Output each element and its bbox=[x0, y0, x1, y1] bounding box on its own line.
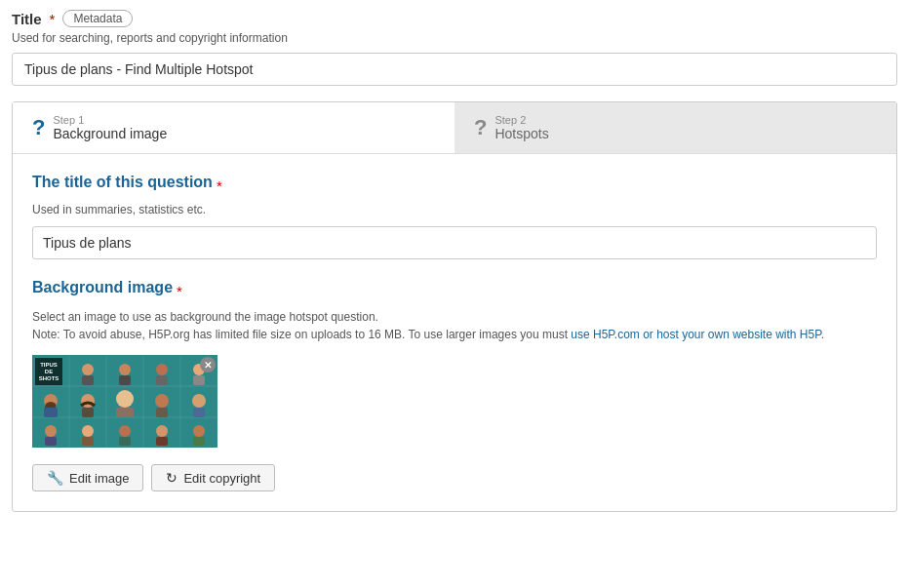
note-suffix: . bbox=[821, 328, 824, 341]
image-preview-container: ✕ TIPUS DE SHOTS bbox=[32, 355, 217, 448]
step-1-name: Background image bbox=[53, 126, 167, 141]
question-title-input[interactable] bbox=[32, 226, 877, 259]
svg-rect-22 bbox=[82, 408, 94, 417]
edit-image-icon: 🔧 bbox=[47, 470, 63, 486]
note-link[interactable]: use H5P.com or host your own website wit… bbox=[571, 328, 820, 341]
top-section: Title * Metadata Used for searching, rep… bbox=[0, 0, 909, 92]
svg-point-31 bbox=[82, 425, 94, 437]
svg-point-27 bbox=[192, 394, 206, 408]
svg-point-23 bbox=[116, 390, 134, 408]
bg-note: Select an image to use as background the… bbox=[32, 308, 877, 343]
main-card: ? Step 1 Background image ? Step 2 Hotsp… bbox=[12, 101, 897, 512]
svg-rect-36 bbox=[156, 437, 168, 446]
svg-point-25 bbox=[155, 394, 169, 408]
step-1-info: Step 1 Background image bbox=[53, 114, 167, 141]
svg-point-37 bbox=[193, 425, 205, 437]
svg-rect-28 bbox=[193, 408, 205, 417]
svg-point-15 bbox=[156, 364, 168, 375]
step-2-tab[interactable]: ? Step 2 Hotspots bbox=[454, 102, 896, 153]
image-close-button[interactable]: ✕ bbox=[200, 357, 216, 372]
svg-point-29 bbox=[45, 425, 57, 437]
edit-copyright-icon: ↻ bbox=[166, 470, 178, 486]
edit-image-label: Edit image bbox=[69, 471, 129, 486]
svg-point-13 bbox=[119, 364, 131, 375]
edit-image-button[interactable]: 🔧 Edit image bbox=[32, 464, 143, 491]
svg-rect-30 bbox=[45, 437, 57, 446]
title-row: Title * Metadata bbox=[12, 10, 897, 27]
question-section-title: The title of this question bbox=[32, 174, 213, 191]
svg-text:DE: DE bbox=[45, 369, 53, 374]
question-title-row: The title of this question * bbox=[32, 174, 877, 197]
svg-rect-38 bbox=[193, 437, 205, 446]
step-1-number: Step 1 bbox=[53, 114, 167, 126]
step-2-name: Hotspots bbox=[494, 126, 548, 141]
step-2-info: Step 2 Hotspots bbox=[494, 114, 548, 141]
svg-point-33 bbox=[119, 425, 131, 437]
svg-point-11 bbox=[82, 364, 94, 375]
note-prefix: Note: To avoid abuse, H5P.org has limite… bbox=[32, 328, 571, 341]
svg-rect-32 bbox=[82, 437, 94, 446]
action-buttons: 🔧 Edit image ↻ Edit copyright bbox=[32, 464, 877, 491]
step-2-icon: ? bbox=[474, 115, 487, 140]
title-label: Title bbox=[12, 11, 42, 27]
svg-text:TIPUS: TIPUS bbox=[40, 362, 58, 368]
title-subtitle: Used for searching, reports and copyrigh… bbox=[12, 31, 897, 45]
edit-copyright-button[interactable]: ↻ Edit copyright bbox=[151, 464, 275, 491]
svg-point-35 bbox=[156, 425, 168, 437]
content-area: The title of this question * Used in sum… bbox=[13, 154, 896, 511]
svg-rect-24 bbox=[116, 408, 134, 417]
question-required-star: * bbox=[217, 177, 222, 194]
steps-header: ? Step 1 Background image ? Step 2 Hotsp… bbox=[13, 102, 896, 154]
svg-rect-12 bbox=[82, 375, 94, 385]
bg-section-title: Background image bbox=[32, 279, 173, 296]
svg-rect-14 bbox=[119, 375, 131, 385]
edit-copyright-label: Edit copyright bbox=[183, 471, 260, 486]
image-preview: TIPUS DE SHOTS bbox=[32, 355, 217, 448]
svg-rect-20 bbox=[44, 408, 58, 417]
svg-rect-16 bbox=[156, 375, 168, 385]
metadata-button[interactable]: Metadata bbox=[62, 10, 133, 27]
svg-rect-18 bbox=[193, 375, 205, 385]
title-input[interactable] bbox=[12, 53, 897, 86]
step-1-tab[interactable]: ? Step 1 Background image bbox=[13, 102, 454, 153]
step-1-icon: ? bbox=[32, 115, 45, 140]
step-2-number: Step 2 bbox=[494, 114, 548, 126]
svg-text:SHOTS: SHOTS bbox=[39, 375, 59, 381]
bg-required-star: * bbox=[177, 283, 182, 299]
svg-rect-26 bbox=[156, 408, 168, 417]
note-main: Select an image to use as background the… bbox=[32, 310, 378, 324]
question-subtitle: Used in summaries, statistics etc. bbox=[32, 203, 877, 216]
title-required-star: * bbox=[50, 11, 56, 27]
bg-title-row: Background image * bbox=[32, 279, 877, 302]
svg-rect-34 bbox=[119, 437, 131, 446]
